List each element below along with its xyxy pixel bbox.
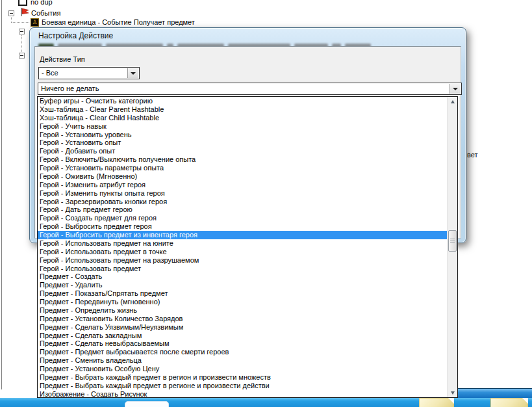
scroll-down-button[interactable] bbox=[448, 388, 458, 397]
list-item[interactable]: Предмет - Удалить bbox=[38, 281, 447, 289]
list-item[interactable]: Герой - Дать предмет герою bbox=[38, 205, 447, 214]
tree-item-unit-event[interactable]: Боевая единица - Событие Получает предме… bbox=[42, 18, 195, 26]
list-item[interactable]: Предмет - Показать/Спрятать предмет bbox=[38, 289, 447, 298]
list-item[interactable]: Буфер игры - Очистить категорию bbox=[38, 97, 447, 105]
list-item[interactable]: Герой - Выбросить предмет из инвентаря г… bbox=[38, 231, 447, 239]
background-clipped-text: вет bbox=[467, 151, 478, 159]
collapse-box-conditions[interactable] bbox=[19, 29, 25, 34]
list-item[interactable]: Предмет - Создать bbox=[38, 272, 447, 281]
list-item[interactable]: Герой - Установить параметры опыта bbox=[38, 164, 447, 172]
tree-item-events[interactable]: События bbox=[31, 9, 60, 17]
action-type-value: - Все bbox=[42, 69, 58, 77]
list-item[interactable]: Предмет - Сделать закладным bbox=[38, 332, 447, 340]
list-item[interactable]: Предмет - Сделать Уязвимым/Неуязвимым bbox=[38, 323, 447, 332]
list-item[interactable]: Предмет - Установить Особую Цену bbox=[38, 365, 447, 373]
list-item[interactable]: Герой - Использовать предмет bbox=[38, 265, 447, 273]
list-item[interactable]: Предмет - Передвинуть (мгновенно) bbox=[38, 298, 447, 306]
scrollbar-thumb[interactable] bbox=[448, 230, 457, 252]
list-item[interactable]: Предмет - Выбрать каждый предмет в регио… bbox=[38, 373, 447, 382]
scroll-down-icon bbox=[451, 391, 455, 395]
list-item[interactable]: Предмет - Предмет выбрасывается после см… bbox=[38, 348, 447, 356]
list-item[interactable]: Хэш-таблица - Clear Parent Hashtable bbox=[38, 105, 447, 114]
list-item[interactable]: Герой - Создать предмет для героя bbox=[38, 214, 447, 222]
redacted-text bbox=[38, 40, 375, 46]
action-combobox[interactable]: Ничего не делать bbox=[38, 83, 462, 95]
document-icon bbox=[125, 401, 169, 407]
list-item[interactable]: Предмет - Выбрать каждый предмет в регио… bbox=[38, 382, 447, 390]
list-scrollbar[interactable] bbox=[447, 97, 457, 397]
action-type-label: Действие Тип bbox=[40, 55, 85, 63]
list-item[interactable]: Герой - Установить уровень bbox=[38, 131, 447, 139]
list-item[interactable]: Герой - Включить/Выключить получение опы… bbox=[38, 155, 447, 164]
flag-icon bbox=[19, 7, 30, 17]
list-item[interactable]: Герой - Зарезервировать кнопки героя bbox=[38, 198, 447, 206]
combobox-dropdown-button[interactable] bbox=[450, 84, 461, 94]
list-item[interactable]: Герой - Добавить опыт bbox=[38, 147, 447, 155]
paper-icon bbox=[419, 398, 454, 407]
action-dropdown-list: Буфер игры - Очистить категориюХэш-табли… bbox=[37, 96, 458, 398]
list-item[interactable]: Герой - Изменить атрибут героя bbox=[38, 181, 447, 189]
unit-event-icon: ♙ bbox=[31, 18, 39, 27]
action-type-combobox[interactable]: - Все bbox=[38, 67, 140, 79]
collapse-box-actions[interactable] bbox=[19, 53, 25, 59]
window-edge-right bbox=[458, 388, 532, 398]
list-item[interactable]: Герой - Использовать предмет на разрушае… bbox=[38, 256, 447, 265]
action-list: Буфер игры - Очистить категориюХэш-табли… bbox=[38, 97, 447, 397]
tree-connector bbox=[21, 35, 23, 52]
scroll-up-button[interactable] bbox=[448, 97, 458, 106]
trigger-page-icon bbox=[18, 0, 27, 6]
chevron-down-icon bbox=[453, 88, 458, 90]
action-combobox-value: Ничего не делать bbox=[41, 85, 99, 92]
collapse-box-events[interactable] bbox=[8, 10, 14, 16]
list-item[interactable]: Изображение - Создать Рисунок bbox=[38, 390, 447, 397]
list-item[interactable]: Предмет - Сменить владельца bbox=[38, 356, 447, 365]
list-item[interactable]: Герой - Изменить пункты опыта героя bbox=[38, 189, 447, 198]
paper-icon bbox=[490, 398, 528, 407]
chevron-down-icon bbox=[131, 72, 136, 75]
panel-divider bbox=[1, 0, 2, 389]
list-item[interactable]: Герой - Учить навык bbox=[38, 122, 447, 131]
list-item[interactable]: Герой - Использовать предмет в точке bbox=[38, 248, 447, 256]
tree-item-trigger-name[interactable]: no dup bbox=[31, 0, 53, 6]
list-item[interactable]: Предмет - Установить Количество Зарядов bbox=[38, 315, 447, 323]
list-item[interactable]: Предмет - Сделать невыбрасываемым bbox=[38, 339, 447, 348]
list-item[interactable]: Герой - Использовать предмет на юните bbox=[38, 239, 447, 248]
list-item[interactable]: Герой - Выбросить предмет героя bbox=[38, 222, 447, 231]
list-item[interactable]: Герой - Оживить (Мгновенно) bbox=[38, 172, 447, 181]
tree-connector bbox=[11, 22, 29, 23]
list-item[interactable]: Предмет - Определить жизнь bbox=[38, 306, 447, 315]
dialog-title: Настройка Действие bbox=[38, 31, 113, 40]
list-item[interactable]: Хэш-таблица - Clear Child Hashtable bbox=[38, 114, 447, 122]
scroll-up-icon bbox=[451, 100, 455, 103]
list-item[interactable]: Герой - Установить опыт bbox=[38, 138, 447, 147]
combobox-dropdown-button[interactable] bbox=[127, 68, 138, 78]
